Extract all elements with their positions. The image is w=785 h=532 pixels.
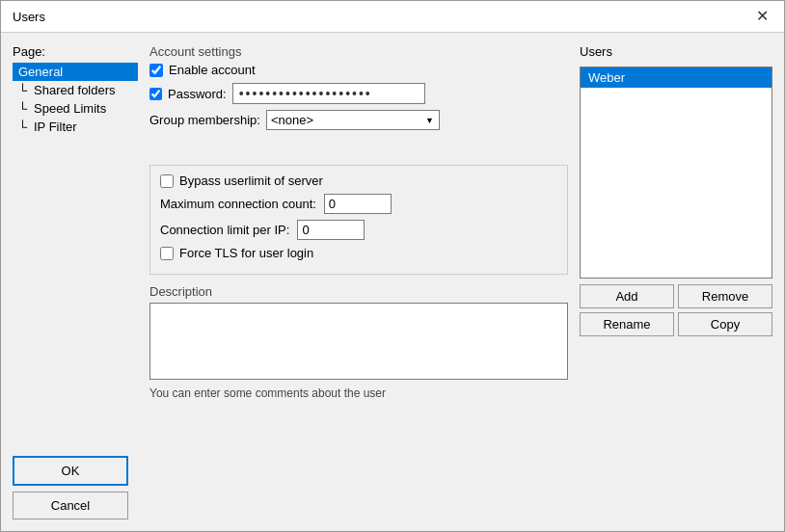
user-name: Weber [588,70,625,85]
indent-spacer: └ [18,101,30,116]
force-tls-row: Force TLS for user login [160,246,557,260]
remove-button[interactable]: Remove [678,284,772,308]
group-label: Group membership: [149,113,260,127]
enable-account-row: Enable account [149,63,568,77]
description-section: Description You can enter some comments … [149,284,568,437]
group-membership-select[interactable]: <none> [266,110,440,130]
bypass-checkbox[interactable] [160,174,174,188]
users-list[interactable]: Weber [580,66,772,279]
max-connection-input[interactable] [324,194,392,214]
force-tls-label: Force TLS for user login [179,246,313,260]
group-select-wrapper: <none> [266,110,440,130]
page-nav-panel: Page: General └ Shared folders └ Speed L… [13,44,138,437]
password-label: Password: [168,87,227,101]
server-limits-section: Bypass userlimit of server Maximum conne… [149,165,568,275]
force-tls-checkbox[interactable] [160,247,174,260]
account-settings-label: Account settings [149,44,568,59]
sidebar-item-speed-limits[interactable]: └ Speed Limits [13,99,138,118]
indent-spacer: └ [18,120,30,134]
main-content-panel: Account settings Enable account Password… [149,44,568,437]
nav-item-label: Speed Limits [34,101,106,116]
indent-spacer: └ [18,83,30,97]
description-label: Description [149,284,568,299]
footer-buttons: OK Cancel [13,456,128,519]
password-field[interactable]: •••••••••••••••••••• [232,83,425,104]
sidebar-item-general[interactable]: General [13,63,138,81]
password-row: Password: •••••••••••••••••••• [149,83,568,104]
enable-account-checkbox[interactable] [149,64,163,77]
users-label: Users [580,44,772,59]
title-bar: Users ✕ [1,1,784,33]
page-label: Page: [13,44,138,59]
bypass-label: Bypass userlimit of server [179,173,323,188]
connection-limit-input[interactable] [297,220,365,240]
dialog-body: Page: General └ Shared folders └ Speed L… [1,33,784,448]
rename-button[interactable]: Rename [580,312,674,336]
close-button[interactable]: ✕ [752,9,772,24]
max-connection-label: Maximum connection count: [160,197,316,211]
nav-item-label: Shared folders [34,83,116,97]
connection-limit-row: Connection limit per IP: [160,220,557,240]
bypass-row: Bypass userlimit of server [160,173,557,188]
password-checkbox[interactable] [149,88,162,100]
group-membership-row: Group membership: <none> [149,110,568,130]
nav-item-label: IP Filter [34,120,77,134]
ok-button[interactable]: OK [13,456,128,486]
user-item[interactable]: Weber [581,67,771,88]
sidebar-item-ip-filter[interactable]: └ IP Filter [13,118,138,136]
nav-item-label: General [18,65,63,79]
max-connection-row: Maximum connection count: [160,194,557,214]
cancel-button[interactable]: Cancel [13,492,128,519]
dialog-title: Users [13,10,45,24]
add-button[interactable]: Add [580,284,674,308]
account-settings-section: Account settings Enable account Password… [149,44,568,136]
users-panel: Users Weber Add Remove Rename Copy [580,44,772,437]
users-buttons: Add Remove Rename Copy [580,284,772,336]
users-dialog: Users ✕ Page: General └ Shared folders └… [0,0,785,532]
sidebar-item-shared-folders[interactable]: └ Shared folders [13,81,138,99]
nav-tree: General └ Shared folders └ Speed Limits … [13,63,138,136]
enable-account-label: Enable account [169,63,256,77]
description-hint: You can enter some comments about the us… [149,386,568,400]
divider1 [149,146,568,155]
copy-button[interactable]: Copy [678,312,772,336]
dialog-footer: OK Cancel [1,448,784,531]
description-textarea[interactable] [149,303,568,380]
connection-limit-label: Connection limit per IP: [160,223,289,237]
